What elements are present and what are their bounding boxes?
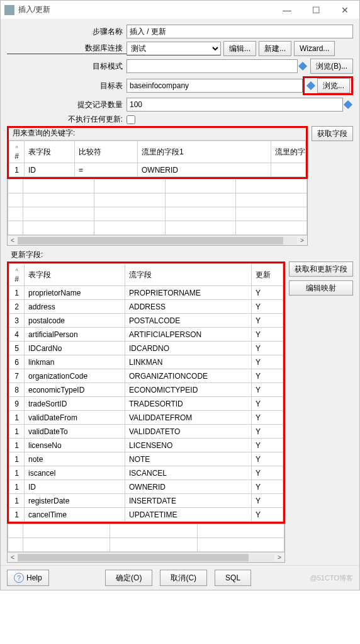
target-schema-label: 目标模式 [7,61,127,72]
table-row[interactable]: 1validDateFromVALIDDATEFROMY [9,411,283,425]
keys-header-stream1[interactable]: 流里的字段1 [138,141,271,163]
no-update-checkbox[interactable] [127,115,135,124]
keys-table: ^# 表字段 比较符 流里的字段1 流里的字 1ID=OWNERID [9,141,306,177]
ok-button[interactable]: 确定(O) [105,570,152,586]
scroll-right-icon[interactable]: > [274,554,284,561]
keys-header-num[interactable]: ^# [9,141,25,163]
browse-table-highlight: 浏览... [303,76,353,95]
target-table-label: 目标表 [7,81,127,91]
new-conn-button[interactable]: 新建... [259,41,291,56]
step-name-input[interactable] [127,25,353,38]
table-row[interactable]: 1proprietorNamePROPRIETORNAMEY [9,286,283,300]
keys-section-label: 用来查询的关键字: [9,128,306,140]
update-header-field[interactable]: 表字段 [25,264,125,286]
close-button[interactable]: ✕ [330,1,359,20]
db-conn-select[interactable]: 测试 [127,42,221,55]
table-row[interactable]: 7organizationCodeORGANIZATIONCODEY [9,369,283,383]
keys-header-stream2[interactable]: 流里的字 [271,141,306,163]
step-name-label: 步骤名称 [7,26,127,37]
table-row[interactable]: 1iscancelISCANCELY [9,466,283,480]
update-table: ^# 表字段 流字段 更新 1proprietorNamePROPRIETORN… [9,263,283,522]
edit-mapping-button[interactable]: 编辑映射 [289,280,353,296]
table-row[interactable] [8,193,307,207]
db-conn-label: 数据库连接 [7,43,127,54]
commit-size-input[interactable] [127,98,343,112]
titlebar: 插入/更新 — ☐ ✕ [1,1,359,20]
commit-size-label: 提交记录数量 [7,100,127,110]
table-row[interactable]: 4artificialPersonARTIFICIALPERSONY [9,328,283,342]
help-button[interactable]: ? Help [7,570,49,586]
keys-header-compare[interactable]: 比较符 [75,141,138,163]
get-update-fields-button[interactable]: 获取和更新字段 [289,262,353,277]
help-label: Help [26,573,42,582]
dialog-window: 插入/更新 — ☐ ✕ 步骤名称 数据库连接 测试 编辑... 新建... Wi… [0,0,360,590]
browse-table-button[interactable]: 浏览... [317,78,350,93]
update-section-label: 更新字段: [7,250,353,262]
update-highlight: ^# 表字段 流字段 更新 1proprietorNamePROPRIETORN… [7,262,285,524]
footer: ? Help 确定(O) 取消(C) SQL @51CTO博客 [1,565,359,590]
table-row[interactable]: 5IDCardNoIDCARDNOY [9,342,283,355]
update-header-num[interactable]: ^# [9,264,25,286]
table-row[interactable]: 1registerDateINSERTDATEY [9,494,283,508]
table-row[interactable]: 1licenseNoLICENSENOY [9,439,283,452]
table-row[interactable]: 1noteNOTEY [9,452,283,466]
keys-header-field[interactable]: 表字段 [25,141,75,163]
edit-conn-button[interactable]: 编辑... [223,41,256,56]
app-icon [4,5,14,15]
help-icon: ? [14,573,24,583]
sql-button[interactable]: SQL [215,570,251,586]
watermark: @51CTO博客 [310,573,353,583]
scroll-left-icon[interactable]: < [8,554,18,561]
wizard-button[interactable]: Wizard... [294,41,335,56]
no-update-label: 不执行任何更新: [51,114,127,125]
hscrollbar[interactable]: < > [8,235,307,245]
maximize-button[interactable]: ☐ [301,1,330,20]
table-row[interactable] [8,180,307,193]
table-row[interactable]: 1validDateToVALIDDATETOY [9,425,283,439]
diamond-icon [344,100,352,109]
table-row[interactable] [8,221,307,235]
target-table-input[interactable] [127,79,303,93]
table-row[interactable] [8,207,307,221]
hscrollbar[interactable]: < > [8,552,284,562]
table-row[interactable]: 2addressADDRESSY [9,300,283,314]
update-header-upd[interactable]: 更新 [252,264,283,286]
diamond-icon [307,81,315,90]
update-header-stream[interactable]: 流字段 [125,264,252,286]
table-row[interactable]: 1ID=OWNERID [9,163,306,177]
keys-highlight: 用来查询的关键字: ^# 表字段 比较符 流里的字段1 流里的字 [7,126,308,179]
table-row[interactable] [8,524,284,538]
scroll-right-icon[interactable]: > [297,237,307,244]
browse-schema-button[interactable]: 浏览(B)... [310,59,353,74]
table-row[interactable]: 8economicTypeIDECONOMICTYPEIDY [9,383,283,397]
table-row[interactable]: 1IDOWNERIDY [9,480,283,494]
window-title: 插入/更新 [18,4,273,15]
scroll-left-icon[interactable]: < [8,237,18,244]
diamond-icon [298,62,307,71]
table-row[interactable]: 6linkmanLINKMANY [9,355,283,369]
table-row[interactable] [8,538,284,552]
table-row[interactable]: 9tradeSortIDTRADESORTIDY [9,397,283,411]
table-row[interactable]: 3postalcodePOSTALCODEY [9,314,283,328]
minimize-button[interactable]: — [273,1,301,20]
cancel-button[interactable]: 取消(C) [160,570,207,586]
get-fields-button[interactable]: 获取字段 [312,126,353,141]
target-schema-input[interactable] [127,59,298,73]
table-row[interactable]: 1cancelTimeUPDATETIMEY [9,508,283,522]
